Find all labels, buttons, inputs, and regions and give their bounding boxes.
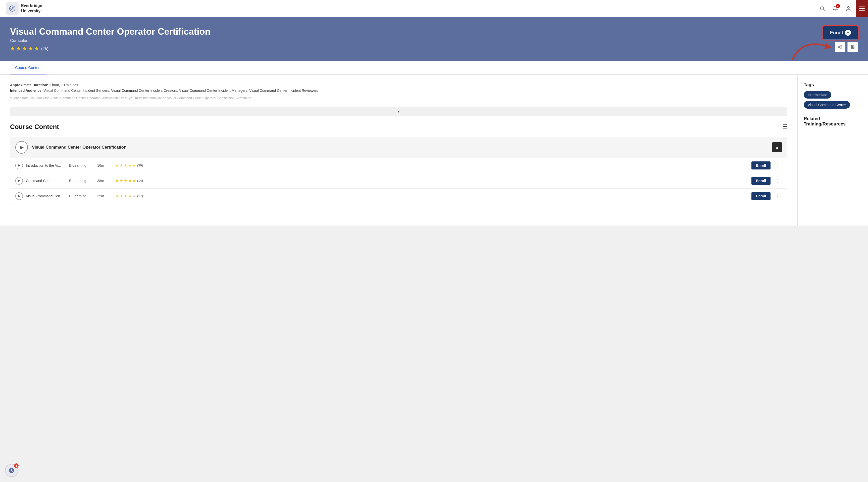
svg-point-6 <box>841 48 842 49</box>
search-icon <box>819 6 825 11</box>
play-button-small-3[interactable]: ▶ <box>15 192 23 200</box>
svg-line-8 <box>839 46 841 47</box>
expand-bar[interactable]: ▼ <box>10 107 787 116</box>
sub-star: ★ <box>128 178 132 183</box>
duration-line: Approximate Duration: 1 hour, 10 minutes <box>10 82 787 88</box>
sub-star: ★ <box>124 194 127 198</box>
hero-content: Visual Command Center Operator Certifica… <box>10 26 823 52</box>
svg-marker-3 <box>824 43 832 49</box>
logo-area: Everbridge University <box>6 2 42 15</box>
star-3: ★ <box>22 46 27 52</box>
enroll-button-3[interactable]: Enroll <box>751 192 771 200</box>
course-info-block: Approximate Duration: 1 hour, 10 minutes… <box>10 82 787 101</box>
collapse-button[interactable]: ▲ <box>772 142 782 152</box>
logo-icon <box>6 2 19 15</box>
sub-star: ★ <box>120 178 123 183</box>
share-button[interactable] <box>835 42 845 52</box>
play-icon-small: ▶ <box>18 164 20 167</box>
sub-item-2: ▶ Command Cen... E-Learning 38m ★ ★ ★ ★ … <box>10 173 787 189</box>
sub-item-stars-1: ★ ★ ★ ★ ★ (36) <box>115 163 748 168</box>
star-5: ★ <box>34 46 39 52</box>
star-1: ★ <box>10 46 15 52</box>
more-options-button-1[interactable]: ⋮ <box>774 162 782 169</box>
sub-item-count-1: (36) <box>137 164 143 167</box>
tag-intermediate[interactable]: Intermediate <box>804 91 831 98</box>
menu-line <box>859 6 865 7</box>
notification-badge: 2 <box>836 4 840 8</box>
sub-item-3: ▶ Visual Command Cen... E-Learning 32m ★… <box>10 189 787 204</box>
related-title: Related Training/Resources <box>804 116 862 127</box>
play-button-small-2[interactable]: ▶ <box>15 177 23 185</box>
enroll-button-1[interactable]: Enroll <box>751 162 771 169</box>
svg-point-4 <box>841 45 842 47</box>
bottom-logo-icon <box>8 467 15 474</box>
course-group-title: Visual Command Center Operator Certifica… <box>32 145 768 150</box>
sub-item-name-1: Introduction to the Vi... <box>26 164 66 167</box>
app-title: Everbridge University <box>21 3 42 14</box>
course-group-header: ▶ Visual Command Center Operator Certifi… <box>10 137 787 158</box>
plus-icon: + <box>845 30 851 36</box>
play-icon-small: ▶ <box>18 194 20 198</box>
section-title: Course Content <box>10 123 59 131</box>
sidebar: Tags Intermediate Visual Command Center … <box>798 75 868 226</box>
sub-star-empty: ★ <box>132 194 136 198</box>
svg-point-0 <box>820 6 824 10</box>
profile-button[interactable] <box>843 3 854 14</box>
star-2: ★ <box>16 46 21 52</box>
bookmark-icon <box>850 45 855 49</box>
play-button-small-1[interactable]: ▶ <box>15 162 23 169</box>
sub-item-type-1: E-Learning <box>69 164 94 167</box>
tags-list: Intermediate Visual Command Center <box>804 91 862 109</box>
menu-button[interactable] <box>856 0 868 17</box>
sub-star: ★ <box>132 163 136 168</box>
sub-star: ★ <box>128 163 132 168</box>
sub-item-type-2: E-Learning <box>69 179 94 183</box>
sub-star: ★ <box>124 163 127 168</box>
content-area: Approximate Duration: 1 hour, 10 minutes… <box>0 75 798 226</box>
notifications-button[interactable]: 2 <box>830 3 841 14</box>
more-options-button-2[interactable]: ⋮ <box>774 177 782 185</box>
sub-item-duration-1: 16m <box>97 164 112 167</box>
hero-secondary-actions <box>835 42 858 52</box>
sub-star: ★ <box>132 178 136 183</box>
more-options-button-3[interactable]: ⋮ <box>774 192 782 200</box>
sub-star: ★ <box>120 194 123 198</box>
sub-star: ★ <box>115 194 119 198</box>
play-button-large[interactable]: ▶ <box>15 141 28 153</box>
sub-item-count-2: (14) <box>137 179 143 182</box>
sub-star: ★ <box>128 194 132 198</box>
sub-item-name-2: Command Cen... <box>26 179 66 183</box>
enroll-button-2[interactable]: Enroll <box>751 177 771 185</box>
course-subtitle: Curriculum <box>10 38 823 43</box>
sub-item-duration-3: 32m <box>97 194 112 198</box>
sub-item-stars-3: ★ ★ ★ ★ ★ (17) <box>115 194 748 198</box>
logo-svg <box>8 4 16 12</box>
hero-rating: ★ ★ ★ ★ ★ (25) <box>10 46 823 52</box>
search-button[interactable] <box>817 3 828 14</box>
note-text: *Please note: To unlock the Visual Comma… <box>10 95 787 101</box>
audience-line: Intended Audience: Visual Command Center… <box>10 88 787 93</box>
tab-course-content[interactable]: Course Content <box>10 61 46 75</box>
play-icon-small: ▶ <box>18 179 20 182</box>
bottom-logo-badge[interactable]: 1 <box>5 464 18 477</box>
header-actions: 2 <box>817 0 862 17</box>
sub-item-name-3: Visual Command Cen... <box>26 194 66 198</box>
menu-line <box>859 10 865 10</box>
sub-star: ★ <box>115 163 119 168</box>
sub-star: ★ <box>115 178 119 183</box>
section-header: Course Content ☰ <box>10 123 787 131</box>
sub-item-1: ▶ Introduction to the Vi... E-Learning 1… <box>10 158 787 173</box>
list-view-icon[interactable]: ☰ <box>782 123 787 130</box>
tag-vcc[interactable]: Visual Command Center <box>804 101 850 109</box>
menu-line <box>859 8 865 9</box>
play-triangle-icon: ▶ <box>20 145 24 150</box>
sub-star: ★ <box>120 163 123 168</box>
course-title: Visual Command Center Operator Certifica… <box>10 26 823 37</box>
hero-banner: Visual Command Center Operator Certifica… <box>0 17 868 61</box>
hero-enroll-button[interactable]: Enroll + <box>823 26 858 39</box>
bottom-badge-count: 1 <box>14 463 19 468</box>
bookmark-button[interactable] <box>847 42 858 52</box>
share-icon <box>838 45 842 49</box>
expand-arrow-icon: ▼ <box>397 109 400 113</box>
svg-point-5 <box>838 47 840 48</box>
